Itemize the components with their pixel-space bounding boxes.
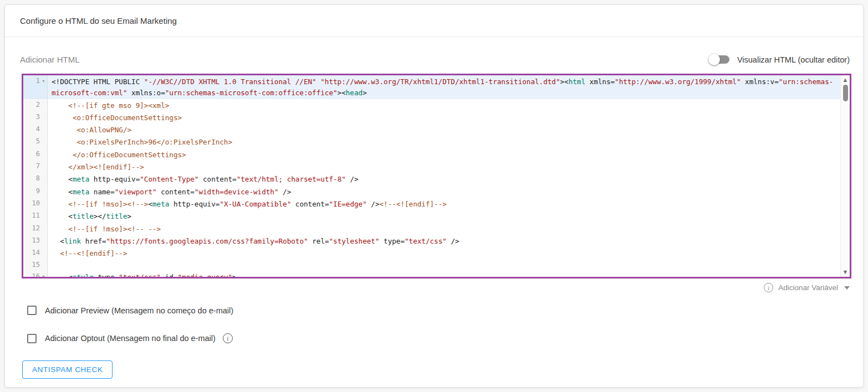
scrollbar-thumb[interactable]: [843, 85, 848, 101]
scroll-up-icon[interactable]: ▲: [843, 77, 849, 83]
line-number: 6: [36, 149, 40, 158]
fold-icon[interactable]: ▾: [40, 272, 47, 277]
code-line[interactable]: 10 <!--[if !mso]><!--><meta http-equiv="…: [23, 198, 840, 210]
code-text[interactable]: <!DOCTYPE HTML PUBLIC "-//W3C//DTD XHTML…: [48, 75, 840, 99]
code-line[interactable]: 15: [23, 259, 840, 271]
line-number: 3: [36, 112, 40, 121]
line-number: 2: [36, 100, 40, 109]
add-preview-checkbox[interactable]: [27, 306, 37, 315]
code-text[interactable]: </xml><![endif]-->: [48, 161, 840, 173]
visualize-html-toggle-group: Visualizar HTML (ocultar editor): [708, 55, 850, 64]
line-number: 8: [36, 174, 40, 183]
line-number: 14: [32, 248, 40, 257]
line-gutter: 10: [23, 198, 48, 210]
add-preview-label: Adicionar Preview (Mensagem no começo do…: [45, 306, 233, 315]
visualize-html-toggle-label: Visualizar HTML (ocultar editor): [737, 55, 850, 64]
code-line[interactable]: 12 <!--[if !mso]><!-- -->: [23, 223, 840, 235]
code-text[interactable]: <o:AllowPNG/>: [48, 123, 840, 136]
code-line[interactable]: 1▾<!DOCTYPE HTML PUBLIC "-//W3C//DTD XHT…: [23, 75, 840, 99]
code-text[interactable]: <link href="https://fonts.googleapis.com…: [48, 235, 840, 247]
editor-toolbar: Adicionar HTML Visualizar HTML (ocultar …: [5, 37, 863, 74]
scroll-down-icon[interactable]: ▼: [843, 269, 849, 275]
code-text[interactable]: <title></title>: [48, 210, 840, 222]
line-number: 9: [36, 187, 40, 195]
code-text[interactable]: <!--[if !mso]><!-- -->: [48, 223, 840, 235]
line-number: 10: [32, 199, 40, 208]
line-gutter: 1▾: [23, 75, 48, 99]
code-line[interactable]: 4 <o:AllowPNG/>: [23, 123, 840, 136]
add-optout-label: Adicionar Optout (Mensagem no final do e…: [45, 334, 216, 343]
visualize-html-toggle[interactable]: [711, 55, 729, 64]
code-line[interactable]: 6 </o:OfficeDocumentSettings>: [23, 148, 840, 161]
line-gutter: 15: [23, 259, 48, 271]
line-gutter: 12: [23, 223, 48, 235]
code-text[interactable]: <meta name="viewport" content="width=dev…: [48, 185, 840, 198]
fold-icon[interactable]: ▾: [40, 76, 47, 86]
line-gutter: 5: [23, 136, 48, 148]
line-gutter: 16▾: [23, 271, 48, 277]
line-gutter: 13: [23, 235, 48, 247]
line-number: 12: [32, 224, 40, 233]
line-number: 16: [32, 272, 40, 277]
line-number: 5: [36, 137, 40, 146]
optout-info-icon[interactable]: i: [223, 333, 233, 343]
toggle-knob[interactable]: [708, 54, 720, 65]
antispam-check-button[interactable]: ANTISPAM CHECK: [22, 360, 113, 379]
add-variable-dropdown[interactable]: i Adicionar Variável: [5, 278, 863, 292]
actions-row: ANTISPAM CHECK: [5, 343, 863, 379]
line-number: 7: [36, 162, 40, 171]
email-html-config-card: Configure o HTML do seu Email Marketing …: [4, 4, 864, 388]
code-text[interactable]: </o:OfficeDocumentSettings>: [48, 148, 840, 161]
line-number: 1: [36, 76, 40, 85]
line-gutter: 7: [23, 161, 48, 173]
code-text[interactable]: <!--<![endif]-->: [48, 247, 840, 259]
code-line[interactable]: 2 <!--[if gte mso 9]><xml>: [23, 99, 840, 111]
line-gutter: 9: [23, 185, 48, 198]
code-line[interactable]: 7 </xml><![endif]-->: [23, 161, 840, 173]
preview-option-row: Adicionar Preview (Mensagem no começo do…: [5, 306, 863, 315]
code-text[interactable]: <style type="text/css" id="media-query">: [48, 271, 840, 277]
code-line[interactable]: 11 <title></title>: [23, 210, 840, 222]
line-number: 15: [32, 260, 40, 269]
line-gutter: 14: [23, 247, 48, 259]
code-text[interactable]: <meta http-equiv="Content-Type" content=…: [48, 173, 840, 185]
add-html-label: Adicionar HTML: [20, 55, 80, 64]
code-line[interactable]: 5 <o:PixelsPerInch>96</o:PixelsPerInch>: [23, 136, 840, 148]
html-code-editor[interactable]: 1▾<!DOCTYPE HTML PUBLIC "-//W3C//DTD XHT…: [22, 74, 851, 278]
code-text[interactable]: [48, 259, 840, 271]
line-number: 11: [32, 211, 40, 220]
line-gutter: 3: [23, 111, 48, 123]
line-gutter: 8: [23, 173, 48, 185]
variable-info-icon[interactable]: i: [764, 283, 773, 292]
line-gutter: 11: [23, 210, 48, 222]
code-line[interactable]: 16▾ <style type="text/css" id="media-que…: [23, 271, 840, 277]
line-number: 13: [32, 236, 40, 245]
line-gutter: 2: [23, 99, 48, 111]
code-line[interactable]: 8 <meta http-equiv="Content-Type" conten…: [23, 173, 840, 185]
code-text[interactable]: <o:OfficeDocumentSettings>: [48, 111, 840, 123]
code-editor-lines[interactable]: 1▾<!DOCTYPE HTML PUBLIC "-//W3C//DTD XHT…: [23, 75, 840, 277]
add-variable-label[interactable]: Adicionar Variável: [778, 283, 838, 292]
code-line[interactable]: 3 <o:OfficeDocumentSettings>: [23, 111, 840, 123]
code-text[interactable]: <!--[if gte mso 9]><xml>: [48, 99, 840, 111]
line-number: 4: [36, 125, 40, 133]
optout-option-row: Adicionar Optout (Mensagem no final do e…: [5, 333, 863, 343]
code-text[interactable]: <o:PixelsPerInch>96</o:PixelsPerInch>: [48, 136, 840, 148]
chevron-down-icon[interactable]: [844, 286, 850, 290]
editor-scrollbar[interactable]: ▲ ▼: [840, 75, 850, 277]
code-line[interactable]: 9 <meta name="viewport" content="width=d…: [23, 185, 840, 198]
code-line[interactable]: 14 <!--<![endif]-->: [23, 247, 840, 259]
code-line[interactable]: 13 <link href="https://fonts.googleapis.…: [23, 235, 840, 247]
line-gutter: 6: [23, 148, 48, 161]
add-optout-checkbox[interactable]: [27, 334, 37, 343]
line-gutter: 4: [23, 123, 48, 136]
page-title: Configure o HTML do seu Email Marketing: [5, 5, 863, 37]
code-text[interactable]: <!--[if !mso]><!--><meta http-equiv="X-U…: [48, 198, 840, 210]
